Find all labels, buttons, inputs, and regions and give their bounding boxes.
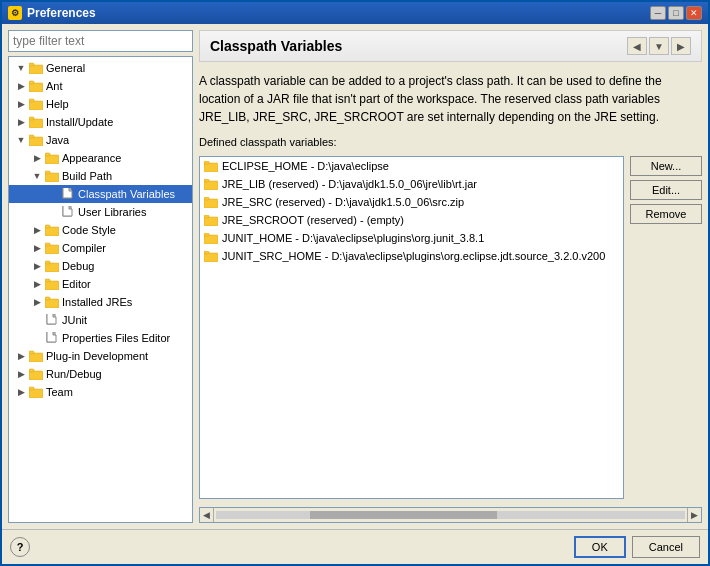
main-content: ▼General▶Ant▶Help▶Install/Update▼Java▶Ap… (2, 24, 708, 529)
variable-item[interactable]: ECLIPSE_HOME - D:\java\eclipse (200, 157, 623, 175)
tree-label-team: Team (46, 386, 73, 398)
tree-item-ant[interactable]: ▶Ant (9, 77, 192, 95)
nav-dropdown-button[interactable]: ▼ (649, 37, 669, 55)
tree-item-install-update[interactable]: ▶Install/Update (9, 113, 192, 131)
variables-list[interactable]: ECLIPSE_HOME - D:\java\eclipseJRE_LIB (r… (199, 156, 624, 499)
tree-item-run-debug[interactable]: ▶Run/Debug (9, 365, 192, 383)
tree-expander-installed-jres: ▶ (29, 294, 45, 310)
dialog-buttons: OK Cancel (574, 536, 700, 558)
cancel-button[interactable]: Cancel (632, 536, 700, 558)
tree-item-team[interactable]: ▶Team (9, 383, 192, 401)
tree-item-junit[interactable]: JUnit (9, 311, 192, 329)
preferences-window: ⚙ Preferences ─ □ ✕ ▼General▶Ant▶Help▶In… (0, 0, 710, 566)
tree-expander-ant: ▶ (13, 78, 29, 94)
tree-expander-editor: ▶ (29, 276, 45, 292)
folder-icon-appearance (45, 151, 59, 165)
variable-item[interactable]: JUNIT_SRC_HOME - D:\java\eclipse\plugins… (200, 247, 623, 265)
folder-icon-installed-jres (45, 295, 59, 309)
tree-item-installed-jres[interactable]: ▶Installed JREs (9, 293, 192, 311)
variable-text: JUNIT_HOME - D:\java\eclipse\plugins\org… (222, 232, 484, 244)
tree-item-java[interactable]: ▼Java (9, 131, 192, 149)
remove-button[interactable]: Remove (630, 204, 702, 224)
description-area: A classpath variable can be added to a p… (199, 68, 702, 130)
variable-item[interactable]: JRE_SRCROOT (reserved) - (empty) (200, 211, 623, 229)
var-folder-icon (204, 231, 218, 245)
svg-rect-34 (204, 163, 218, 172)
svg-rect-1 (29, 63, 34, 66)
svg-rect-0 (29, 65, 43, 74)
tree-expander-team: ▶ (13, 384, 29, 400)
ok-button[interactable]: OK (574, 536, 626, 558)
svg-rect-3 (29, 81, 34, 84)
help-button[interactable]: ? (10, 537, 30, 557)
variable-text: JRE_LIB (reserved) - D:\java\jdk1.5.0_06… (222, 178, 477, 190)
svg-rect-18 (45, 245, 59, 254)
tree-item-debug[interactable]: ▶Debug (9, 257, 192, 275)
folder-icon-code-style (45, 223, 59, 237)
folder-icon-build-path (45, 169, 59, 183)
svg-rect-35 (204, 161, 209, 164)
svg-rect-16 (45, 227, 59, 236)
scroll-track[interactable] (216, 511, 685, 519)
svg-rect-41 (204, 215, 209, 218)
tree-item-appearance[interactable]: ▶Appearance (9, 149, 192, 167)
tree-item-plug-in-development[interactable]: ▶Plug-in Development (9, 347, 192, 365)
variables-panel: ECLIPSE_HOME - D:\java\eclipseJRE_LIB (r… (199, 156, 702, 499)
tree-item-user-libraries[interactable]: User Libraries (9, 203, 192, 221)
svg-rect-11 (45, 153, 50, 156)
tree-expander-general: ▼ (13, 60, 29, 76)
tree-item-editor[interactable]: ▶Editor (9, 275, 192, 293)
tree-item-properties-files-editor[interactable]: Properties Files Editor (9, 329, 192, 347)
nav-back-button[interactable]: ◀ (627, 37, 647, 55)
tree-label-appearance: Appearance (62, 152, 121, 164)
folder-icon-general (29, 61, 43, 75)
nav-forward-button[interactable]: ▶ (671, 37, 691, 55)
tree-item-compiler[interactable]: ▶Compiler (9, 239, 192, 257)
tree-label-build-path: Build Path (62, 170, 112, 182)
tree-label-help: Help (46, 98, 69, 110)
tree-item-classpath-variables[interactable]: Classpath Variables (9, 185, 192, 203)
tree-expander-appearance: ▶ (29, 150, 45, 166)
var-folder-icon (204, 177, 218, 191)
filter-input[interactable] (8, 30, 193, 52)
new-button[interactable]: New... (630, 156, 702, 176)
tree-item-help[interactable]: ▶Help (9, 95, 192, 113)
tree-item-build-path[interactable]: ▼Build Path (9, 167, 192, 185)
svg-rect-30 (29, 371, 43, 380)
svg-rect-23 (45, 279, 50, 282)
minimize-button[interactable]: ─ (650, 6, 666, 20)
svg-rect-43 (204, 233, 209, 236)
tree-label-ant: Ant (46, 80, 63, 92)
variable-item[interactable]: JRE_SRC (reserved) - D:\java\jdk1.5.0_06… (200, 193, 623, 211)
right-panel: Classpath Variables ◀ ▼ ▶ A classpath va… (199, 30, 702, 523)
bottom-bar: ? OK Cancel (2, 529, 708, 564)
variable-item[interactable]: JUNIT_HOME - D:\java\eclipse\plugins\org… (200, 229, 623, 247)
tree-label-general: General (46, 62, 85, 74)
edit-button[interactable]: Edit... (630, 180, 702, 200)
svg-rect-32 (29, 389, 43, 398)
variable-text: ECLIPSE_HOME - D:\java\eclipse (222, 160, 389, 172)
folder-icon-install-update (29, 115, 43, 129)
svg-rect-6 (29, 119, 43, 128)
tree-expander-debug: ▶ (29, 258, 45, 274)
svg-rect-19 (45, 243, 50, 246)
scroll-right-button[interactable]: ▶ (687, 508, 701, 522)
variable-item[interactable]: JRE_LIB (reserved) - D:\java\jdk1.5.0_06… (200, 175, 623, 193)
close-button[interactable]: ✕ (686, 6, 702, 20)
folder-icon-compiler (45, 241, 59, 255)
horizontal-scrollbar[interactable]: ◀ ▶ (199, 507, 702, 523)
var-folder-icon (204, 195, 218, 209)
tree-item-general[interactable]: ▼General (9, 59, 192, 77)
tree-label-properties-files-editor: Properties Files Editor (62, 332, 170, 344)
svg-rect-7 (29, 117, 34, 120)
scroll-left-button[interactable]: ◀ (200, 508, 214, 522)
tree-item-code-style[interactable]: ▶Code Style (9, 221, 192, 239)
svg-rect-25 (45, 297, 50, 300)
maximize-button[interactable]: □ (668, 6, 684, 20)
svg-rect-39 (204, 197, 209, 200)
page-icon-user-libraries (61, 205, 75, 219)
left-panel: ▼General▶Ant▶Help▶Install/Update▼Java▶Ap… (8, 30, 193, 523)
svg-rect-4 (29, 101, 43, 110)
svg-rect-21 (45, 261, 50, 264)
svg-rect-9 (29, 135, 34, 138)
